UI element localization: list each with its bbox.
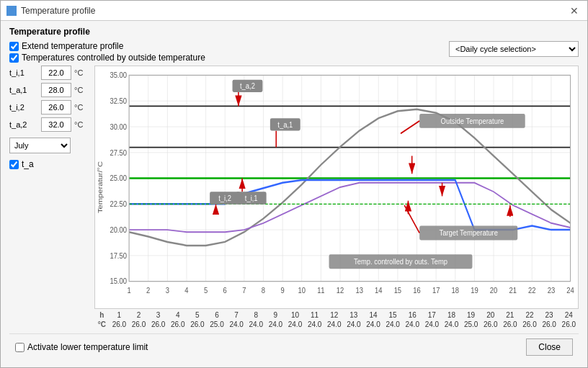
table-cell: 4 [168, 310, 187, 320]
table-cell: 13 [344, 310, 363, 320]
table-cell: 25.0 [461, 320, 481, 329]
svg-text:21: 21 [509, 286, 517, 295]
table-cell: 26.0 [110, 320, 129, 329]
param-unit-ta1: °C [74, 86, 83, 94]
table-cell: 24.0 [285, 320, 305, 329]
svg-text:Outside Temperature: Outside Temperature [441, 117, 504, 125]
table-cell: 12 [324, 310, 344, 320]
svg-text:30.00: 30.00 [110, 122, 127, 131]
table-cell: 3 [148, 310, 168, 320]
table-cell: 24.0 [246, 320, 266, 329]
svg-text:17.50: 17.50 [110, 251, 127, 260]
svg-text:27.50: 27.50 [110, 148, 127, 157]
table-cell: 7 [227, 310, 246, 320]
svg-text:2: 2 [146, 286, 150, 295]
main-area: t_i,1 °C t_a,1 °C t_i,2 °C t_a,2 [9, 66, 579, 329]
param-unit-ta2: °C [74, 120, 83, 129]
extend-label: Extend temperature profile [22, 41, 123, 51]
title-bar: Temperature profile ✕ [1, 1, 587, 21]
table-cell: 24.0 [363, 320, 383, 329]
table-cell: 22 [520, 310, 539, 320]
table-cell: 8 [246, 310, 266, 320]
param-unit-ti2: °C [74, 103, 83, 112]
svg-text:15: 15 [394, 286, 402, 295]
window-title: Temperature profile [21, 6, 95, 16]
table-cell: 26.0 [481, 320, 500, 329]
svg-text:10: 10 [298, 286, 306, 295]
table-cell: 26.0 [168, 320, 187, 329]
svg-text:20.00: 20.00 [110, 225, 127, 234]
param-input-ta2[interactable] [41, 117, 71, 132]
table-cell: 26.0 [500, 320, 520, 329]
table-cell: 24.0 [442, 320, 461, 329]
table-cell: 11 [305, 310, 324, 320]
left-controls: Extend temperature profile Temperatures … [9, 41, 205, 63]
table-cell: 2 [129, 310, 148, 320]
svg-text:25.00: 25.00 [110, 174, 127, 183]
table-cell: 21 [500, 310, 520, 320]
svg-text:Target Temperature: Target Temperature [440, 228, 499, 237]
table-cell: 6 [207, 310, 226, 320]
table-cell: 1 [110, 310, 129, 320]
ta-checkbox-row: t_a [9, 159, 89, 169]
svg-text:t_i,2: t_i,2 [218, 194, 231, 202]
table-cell: 23 [540, 310, 559, 320]
ta-checkbox[interactable] [9, 160, 19, 169]
ta-label: t_a [22, 159, 34, 169]
param-row-ta2: t_a,2 °C [9, 117, 89, 132]
bottom-table: h 1 2 3 4 5 6 7 8 9 10 11 12 [94, 310, 579, 329]
svg-text:17: 17 [432, 286, 440, 295]
daily-cycle-container: <Daily cycle selection> [449, 41, 579, 57]
table-cell: 14 [363, 310, 383, 320]
svg-text:13: 13 [355, 286, 363, 295]
svg-text:15.00: 15.00 [110, 277, 127, 286]
controlled-label: Temperatures controlled by outside tempe… [22, 53, 205, 63]
svg-text:5: 5 [204, 286, 208, 295]
svg-text:Temperatur/°C: Temperatur/°C [97, 161, 104, 213]
close-button[interactable]: Close [526, 338, 573, 356]
param-label-ti1: t_i,1 [9, 68, 38, 77]
param-row-ta1: t_a,1 °C [9, 83, 89, 97]
svg-text:35.00: 35.00 [110, 71, 127, 79]
month-select[interactable]: July JanuaryFebruaryMarch AprilMayJune A… [9, 138, 71, 153]
controlled-checkbox[interactable] [9, 53, 19, 63]
table-cell: 26.0 [559, 320, 579, 329]
table-cell: 26.0 [540, 320, 559, 329]
svg-text:12: 12 [337, 286, 344, 295]
window-close-button[interactable]: ✕ [567, 4, 582, 18]
table-cell: 24.0 [324, 320, 344, 329]
main-window: Temperature profile ✕ Temperature profil… [0, 0, 588, 368]
svg-text:14: 14 [375, 286, 383, 295]
param-input-ti1[interactable] [41, 66, 71, 80]
svg-text:3: 3 [166, 286, 169, 295]
param-input-ta1[interactable] [41, 83, 71, 97]
activate-label: Activate lower temperature limit [27, 342, 148, 352]
svg-text:18: 18 [452, 286, 460, 295]
table-cell: 15 [383, 310, 403, 320]
svg-text:6: 6 [223, 286, 227, 295]
svg-text:1: 1 [127, 286, 130, 295]
activate-checkbox[interactable] [15, 343, 24, 352]
svg-text:23: 23 [548, 286, 556, 295]
table-cell: 25.0 [207, 320, 226, 329]
content-area: Temperature profile Extend temperature p… [1, 21, 587, 367]
svg-text:8: 8 [262, 286, 265, 295]
table-cell: 24.0 [383, 320, 403, 329]
svg-text:4: 4 [184, 286, 188, 295]
svg-text:11: 11 [317, 286, 325, 295]
table-cell: 24.0 [422, 320, 442, 329]
table-cell: 5 [187, 310, 207, 320]
table-cell: 26.0 [520, 320, 539, 329]
param-label-ti2: t_i,2 [9, 103, 38, 112]
table-cell: 24.0 [403, 320, 422, 329]
extend-checkbox[interactable] [9, 42, 19, 51]
svg-text:t_i,1: t_i,1 [245, 194, 258, 202]
param-row-ti1: t_i,1 °C [9, 66, 89, 80]
param-input-ti2[interactable] [41, 100, 71, 115]
svg-text:32.50: 32.50 [110, 97, 127, 105]
svg-text:t_a,1: t_a,1 [277, 120, 293, 129]
table-cell: 24.0 [227, 320, 246, 329]
daily-cycle-select[interactable]: <Daily cycle selection> [449, 41, 579, 57]
chart-svg: 35.00 32.50 30.00 27.50 25.00 22.50 20.0… [95, 66, 578, 308]
table-cell: 26.0 [187, 320, 207, 329]
